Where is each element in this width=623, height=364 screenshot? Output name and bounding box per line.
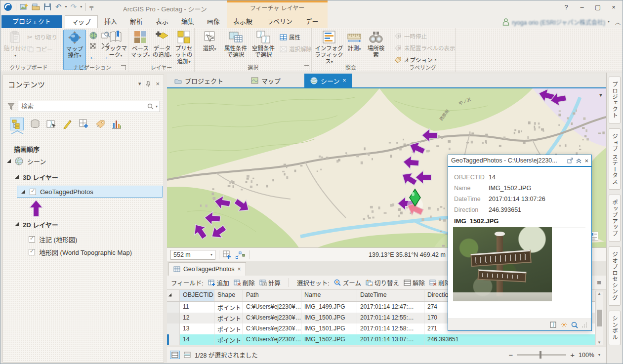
undo-icon[interactable]: ↶ — [55, 2, 62, 11]
cut-button[interactable]: ✂切り取り — [27, 33, 57, 41]
view-tab-scene[interactable]: シーン × — [304, 74, 352, 87]
layer-visibility-checkbox[interactable] — [29, 236, 35, 243]
resize-grip-icon[interactable] — [582, 322, 587, 327]
pane-tab-popup[interactable]: ポップアップ — [609, 195, 621, 242]
add-data-button[interactable]: データの追加▾ — [151, 30, 173, 58]
column-header-name[interactable]: Name — [301, 290, 357, 301]
tab-appearance[interactable]: 表示設定 — [227, 15, 260, 28]
zoom-level[interactable]: 100% — [579, 352, 594, 359]
pane-tab-symbology[interactable]: シンボル — [609, 311, 621, 345]
tree-item-geotaggedphotos[interactable]: GeoTaggedPhotos — [17, 186, 163, 198]
redo-dropdown-icon[interactable]: ▾ — [80, 5, 82, 9]
filter-icon[interactable] — [7, 103, 15, 110]
user-dropdown-icon[interactable]: ▾ — [608, 20, 610, 24]
measure-button[interactable]: 計測▾ — [344, 30, 364, 52]
select-all-corner[interactable] — [167, 290, 180, 301]
zoom-slider-thumb[interactable] — [540, 351, 541, 359]
tab-project[interactable]: プロジェクト — [1, 15, 62, 28]
maximize-button[interactable]: ▢ — [590, 1, 606, 13]
tree-item-3d-layers[interactable]: 3D レイヤー — [3, 171, 164, 183]
expander-icon[interactable] — [15, 222, 19, 226]
scale-dropdown-icon[interactable]: ▾ — [210, 253, 212, 257]
help-button[interactable]: ? — [558, 1, 574, 13]
hidden-tabs-dropdown-icon[interactable]: ▼ — [598, 92, 603, 98]
pane-menu-icon[interactable]: ▾ — [138, 81, 141, 87]
fixed-zoom-in-icon[interactable] — [89, 42, 98, 51]
tab-edit[interactable]: 編集 — [175, 15, 201, 28]
grid-add-icon[interactable] — [223, 250, 232, 259]
column-header-datetime[interactable]: DateTime — [357, 290, 424, 301]
expander-icon[interactable] — [21, 190, 25, 194]
undo-dropdown-icon[interactable]: ▾ — [65, 5, 67, 9]
search-dropdown-icon[interactable]: ▾ — [156, 105, 158, 109]
scrollbar-thumb[interactable] — [597, 310, 602, 326]
unplaced-labels-button[interactable]: 未配置ラベルの表示 — [394, 44, 456, 52]
select-by-location-button[interactable]: 空間条件で選択 — [250, 30, 277, 58]
minimize-button[interactable]: – — [574, 1, 590, 13]
signed-in-user[interactable]: ryoga orio (ESRIジャパン株式会社) ▾ — [502, 15, 610, 28]
table-tab-geotaggedphotos[interactable]: GeoTaggedPhotos × — [168, 262, 246, 276]
list-by-data-source-button[interactable] — [30, 119, 40, 129]
copy-button[interactable]: コピー — [27, 45, 53, 53]
navigation-dialog-launcher-icon[interactable] — [121, 65, 126, 70]
tree-item-2d-layers[interactable]: 2D レイヤー — [3, 218, 164, 230]
expander-icon[interactable] — [15, 175, 19, 179]
collapse-popup-icon[interactable] — [576, 158, 581, 163]
clear-selection-button[interactable]: 選択解除 — [280, 45, 312, 53]
open-project-icon[interactable] — [32, 3, 40, 11]
layer-visibility-checkbox[interactable] — [30, 189, 36, 195]
close-button[interactable]: × — [606, 1, 622, 13]
tab-labeling[interactable]: ラベリング — [260, 15, 299, 28]
view-tab-map[interactable]: マップ — [245, 74, 287, 87]
table-row-selected[interactable]: 14 ポイント Z C:¥Users¥ej2230¥… IMG_1502.JPG… — [167, 334, 595, 345]
column-header-path[interactable]: Path — [243, 290, 301, 301]
locate-button[interactable]: 場所検索 — [365, 30, 387, 58]
pane-tab-project[interactable]: プロジェクト — [609, 77, 621, 123]
tab-map[interactable]: マップ — [65, 15, 98, 28]
close-table-icon[interactable]: × — [238, 266, 241, 273]
list-by-charts-button[interactable] — [112, 119, 122, 129]
collapse-ribbon-icon[interactable]: ︿ — [615, 18, 621, 26]
table-menu-icon[interactable]: ≡ — [597, 278, 601, 286]
new-item-icon[interactable] — [20, 3, 28, 11]
clear-selection-table-button[interactable]: 解除 — [404, 278, 425, 287]
table-vertical-scrollbar[interactable]: ▲ ▼ — [595, 291, 603, 345]
tab-insert[interactable]: 挿入 — [98, 15, 124, 28]
add-preset-button[interactable]: プリセットの追加▾ — [173, 30, 195, 65]
full-extent-icon[interactable] — [89, 31, 98, 41]
add-field-button[interactable]: 追加 — [208, 278, 229, 287]
search-input[interactable] — [18, 103, 147, 110]
list-by-drawing-order-button[interactable] — [10, 118, 24, 130]
scroll-up-icon[interactable]: ▲ — [597, 291, 601, 296]
tab-analysis[interactable]: 解析 — [124, 15, 149, 28]
layer-symbol-arrow[interactable] — [29, 200, 43, 218]
pane-tab-job-status[interactable]: ジョブ ステータス — [609, 128, 621, 190]
tree-item-scene[interactable]: シーン — [3, 155, 164, 167]
close-pane-icon[interactable]: × — [156, 80, 160, 87]
calculate-field-button[interactable]: 計算 — [259, 278, 281, 287]
attributes-button[interactable]: 属性 — [280, 33, 300, 41]
attached-photo[interactable] — [453, 227, 552, 301]
basemap-button[interactable]: ベースマップ▾ — [129, 30, 151, 58]
labeling-options-button[interactable]: オプション▾ — [394, 56, 437, 64]
popout-icon[interactable] — [567, 158, 573, 163]
bookmarks-button[interactable]: ブックマーク▾ — [104, 30, 127, 58]
list-by-editing-button[interactable] — [63, 119, 73, 129]
list-by-labeling-button[interactable] — [95, 119, 105, 129]
pane-tab-geoprocessing[interactable]: ジオプロセシング — [609, 246, 621, 306]
edit-vertices-icon[interactable] — [236, 250, 246, 259]
tab-imagery[interactable]: 画像 — [201, 15, 226, 28]
zoom-slider[interactable] — [517, 354, 566, 356]
previous-extent-icon[interactable]: ← — [89, 52, 97, 62]
search-icon[interactable] — [147, 103, 154, 110]
close-popup-icon[interactable]: × — [584, 157, 588, 164]
popup-select-icon[interactable] — [550, 322, 557, 328]
scroll-down-icon[interactable]: ▼ — [597, 340, 601, 345]
expander-icon[interactable] — [7, 159, 11, 163]
delete-field-button[interactable]: 削除 — [234, 278, 255, 287]
popup-title-bar[interactable]: GeoTaggedPhotos - C:\Users\ej2230... × — [448, 155, 591, 167]
view-tab-project[interactable]: プロジェクト — [168, 74, 229, 87]
zoom-in-icon[interactable]: + — [570, 351, 575, 359]
flash-location-icon[interactable] — [561, 322, 567, 328]
switch-selection-button[interactable]: 切り替え — [366, 278, 399, 287]
